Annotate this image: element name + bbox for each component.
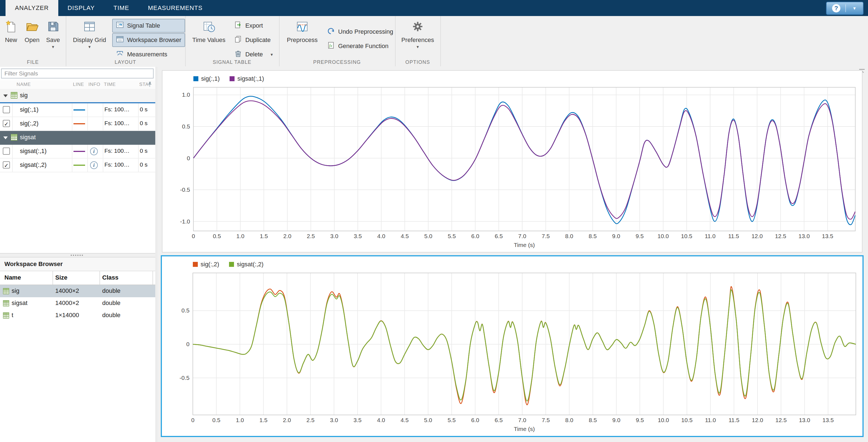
legend-label: sig(:,1) xyxy=(201,75,220,82)
legend-label: sigsat(:,2) xyxy=(237,261,264,268)
svg-text:9.5: 9.5 xyxy=(636,233,644,239)
tab-display[interactable]: DISPLAY xyxy=(58,0,104,16)
measurements-label: Measurements xyxy=(127,51,167,58)
pin-icon[interactable] xyxy=(147,81,153,89)
display-2-selected[interactable]: sig(:,2) sigsat(:,2) 00.51.01.52.02.53.0… xyxy=(161,255,864,437)
workspace-browser-toggle[interactable]: Workspace Browser xyxy=(112,33,185,47)
delete-trash-icon xyxy=(234,50,242,59)
preprocess-button[interactable]: Preprocess xyxy=(284,20,320,44)
workspace-row-sigsat[interactable]: sigsat 14000×2 double xyxy=(0,297,155,309)
collapse-triangle-icon[interactable] xyxy=(3,136,8,139)
start-cell: 0 s xyxy=(140,148,148,154)
svg-text:4.5: 4.5 xyxy=(401,417,409,423)
col-ws-class: Class xyxy=(102,274,119,281)
var-class: double xyxy=(102,312,120,319)
signal-table-toggle[interactable]: Signal Table xyxy=(112,19,185,33)
signal-name: sig(:,1) xyxy=(20,106,38,113)
plot-checkbox[interactable]: ✓ xyxy=(3,120,10,127)
chevron-down-icon[interactable]: ▾ xyxy=(845,4,863,12)
svg-text:11.0: 11.0 xyxy=(705,417,716,423)
svg-text:7.0: 7.0 xyxy=(518,417,526,423)
preferences-button[interactable]: Preferences ▾ xyxy=(402,20,433,49)
signal-table: NAME LINE INFO TIME STA sig sig(:,1) Fs:… xyxy=(0,80,155,254)
tab-time[interactable]: TIME xyxy=(104,0,139,16)
var-name: sigsat xyxy=(11,299,27,307)
var-class: double xyxy=(102,299,120,307)
svg-text:4.5: 4.5 xyxy=(401,233,409,239)
svg-text:2.5: 2.5 xyxy=(306,417,314,423)
toolstrip-tab-bar: ANALYZER DISPLAY TIME MEASUREMENTS ? ▾ xyxy=(0,0,868,16)
var-size: 14000×2 xyxy=(55,299,79,307)
filter-signals-input[interactable] xyxy=(1,68,154,78)
svg-text:9.0: 9.0 xyxy=(612,233,620,239)
svg-text:1.0: 1.0 xyxy=(236,233,244,239)
svg-text:12.5: 12.5 xyxy=(775,417,787,423)
chevron-down-icon[interactable]: ▾ xyxy=(271,52,273,57)
display-1[interactable]: sig(:,1) sigsat(:,1) 00.51.01.52.02.53.0… xyxy=(162,70,863,252)
generate-function-button[interactable]: fx Generate Function xyxy=(323,39,397,53)
svg-text:6.5: 6.5 xyxy=(495,417,503,423)
svg-text:3.0: 3.0 xyxy=(330,417,338,423)
svg-text:6.0: 6.0 xyxy=(471,233,479,239)
time-values-button[interactable]: Time Values xyxy=(191,20,227,44)
svg-text:13.0: 13.0 xyxy=(799,417,810,423)
info-icon[interactable]: i xyxy=(90,161,98,169)
workspace-row-t[interactable]: t 1×14000 double xyxy=(0,309,155,321)
plot-checkbox[interactable] xyxy=(3,148,10,155)
svg-text:4.0: 4.0 xyxy=(377,417,385,423)
horizontal-splitter[interactable] xyxy=(0,253,155,257)
svg-text:2.0: 2.0 xyxy=(283,417,291,423)
signal-row-sig-1[interactable]: sig(:,1) Fs: 100… 0 s xyxy=(0,103,155,117)
workspace-row-sig[interactable]: sig 14000×2 double xyxy=(0,285,155,297)
delete-label: Delete xyxy=(245,51,263,58)
line-swatch xyxy=(73,123,85,124)
signal-group-row-sig[interactable]: sig xyxy=(0,89,155,103)
open-button[interactable]: Open xyxy=(22,20,42,44)
duplicate-button[interactable]: Duplicate xyxy=(230,33,277,47)
svg-text:0.5: 0.5 xyxy=(182,123,190,130)
info-icon[interactable]: i xyxy=(90,148,98,155)
save-button[interactable]: Save ▾ xyxy=(43,20,63,49)
svg-text:5.0: 5.0 xyxy=(424,417,432,423)
signal-plot-2[interactable]: 00.51.01.52.02.53.03.54.04.55.05.56.06.5… xyxy=(162,256,863,436)
tab-analyzer[interactable]: ANALYZER xyxy=(5,0,58,16)
signal-row-sig-2[interactable]: ✓ sig(:,2) Fs: 100… 0 s xyxy=(0,117,155,131)
collapse-triangle-icon[interactable] xyxy=(3,94,8,97)
ribbon-section-signal-table: Time Values Export Duplicate Delete ▾ SI… xyxy=(185,16,280,66)
chevron-down-icon[interactable]: ▾ xyxy=(88,45,91,49)
signal-row-sigsat-1[interactable]: sigsat(:,1) i Fs: 100… 0 s xyxy=(0,145,155,159)
save-label: Save xyxy=(46,36,60,44)
open-label: Open xyxy=(25,36,39,44)
time-cell: Fs: 100… xyxy=(104,106,130,113)
chevron-down-icon[interactable]: ▾ xyxy=(416,45,419,49)
plot-checkbox[interactable]: ✓ xyxy=(3,161,10,168)
svg-text:8.0: 8.0 xyxy=(565,417,573,423)
undo-preprocessing-button[interactable]: Undo Preprocessing xyxy=(323,25,397,39)
signal-plot-1[interactable]: 00.51.01.52.02.53.03.54.04.55.05.56.06.5… xyxy=(162,71,862,252)
svg-text:13.5: 13.5 xyxy=(822,233,833,239)
display-grid-button[interactable]: Display Grid ▾ xyxy=(71,20,108,49)
signal-group-row-sigsat[interactable]: sigsat xyxy=(0,131,155,145)
workspace-browser-title: Workspace Browser xyxy=(0,257,155,271)
svg-text:0: 0 xyxy=(187,155,190,161)
signal-row-sigsat-2[interactable]: ✓ sigsat(:,2) i Fs: 100… 0 s xyxy=(0,159,155,172)
legend-label: sigsat(:,1) xyxy=(237,75,264,82)
time-values-icon xyxy=(202,20,215,35)
ribbon-section-options: Preferences ▾ OPTIONS xyxy=(395,16,441,66)
chevron-down-icon[interactable]: ▾ xyxy=(52,45,54,49)
help-icon[interactable]: ? xyxy=(832,4,840,12)
svg-text:0.5: 0.5 xyxy=(182,307,189,314)
legend-label: sig(:,2) xyxy=(200,261,219,268)
svg-text:-0.5: -0.5 xyxy=(180,187,190,193)
new-button[interactable]: New xyxy=(1,20,21,44)
plot-checkbox[interactable] xyxy=(3,106,10,113)
undo-icon xyxy=(327,27,335,36)
help-button[interactable]: ? ▾ xyxy=(826,2,864,15)
col-info: INFO xyxy=(88,82,100,87)
svg-text:2.0: 2.0 xyxy=(283,233,291,239)
svg-text:10.5: 10.5 xyxy=(681,233,692,239)
export-button[interactable]: Export xyxy=(230,19,277,33)
tab-measurements[interactable]: MEASUREMENTS xyxy=(138,0,212,16)
matrix-icon xyxy=(3,300,9,308)
line-swatch xyxy=(73,165,85,166)
